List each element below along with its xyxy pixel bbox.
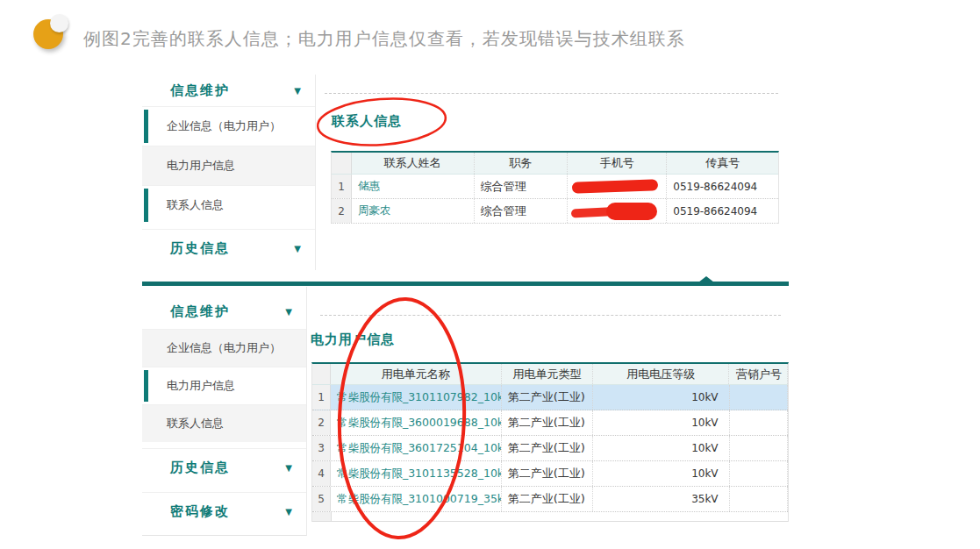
marketing-no-cell: [730, 410, 788, 435]
table-row: 5 常柴股份有限_3101000719_35kV 第二产业(工业) 35kV: [312, 487, 788, 512]
unit-name-link[interactable]: 常柴股份有限_3101107982_10kV: [331, 385, 502, 410]
redaction-scribble-icon: [572, 179, 658, 193]
unit-name-link[interactable]: 常柴股份有限_3101000719_35kV: [331, 487, 502, 511]
table-footer-strip: [312, 512, 788, 522]
sidebar-item-label: 联系人信息: [167, 416, 224, 431]
sidebar-item-enterprise-info[interactable]: 企业信息（电力用户）: [142, 329, 306, 367]
duty-cell: 综合管理: [475, 175, 569, 198]
col-header-duty: 职务: [475, 153, 569, 174]
contact-name-link[interactable]: 储惠: [352, 175, 475, 198]
row-number: 2: [312, 410, 331, 435]
page: 例图2完善的联系人信息；电力用户信息仅查看，若发现错误与技术组联系 信息维护 ▼…: [0, 0, 980, 549]
row-number-header: [312, 364, 331, 384]
sidebar-item-contact-info[interactable]: 联系人信息: [142, 404, 306, 442]
collapse-handle-icon[interactable]: [698, 276, 714, 282]
sidebar-item-label: 电力用户信息: [167, 158, 235, 174]
marketing-no-cell: [730, 385, 788, 410]
col-header-marketing-no: 营销户号: [729, 364, 788, 384]
table-row: 1 储惠 综合管理 0519-86624094: [332, 175, 778, 199]
active-indicator: [144, 110, 148, 143]
voltage-cell: 10kV: [593, 436, 729, 460]
active-indicator: [144, 370, 148, 402]
row-number: 1: [332, 175, 352, 198]
unit-type-cell: 第二产业(工业): [502, 487, 594, 511]
col-header-fax: 传真号: [667, 153, 778, 174]
sidebar-item-contact-info[interactable]: 联系人信息: [142, 185, 315, 225]
row-number: 1: [312, 385, 331, 410]
contact-table-header-row: 联系人姓名 职务 手机号 传真号: [332, 153, 778, 175]
table-row: 3 常柴股份有限_3601725104_10kV 第二产业(工业) 10kV: [312, 436, 788, 461]
sidebar-item-enterprise-info[interactable]: 企业信息（电力用户）: [142, 106, 315, 146]
redaction-scribble-icon: [606, 203, 657, 220]
table-row: 4 常柴股份有限_3101135528_10kV 第二产业(工业) 10kV: [312, 461, 788, 487]
caret-down-icon: ▼: [285, 307, 292, 317]
row-number: 2: [332, 199, 352, 223]
marketing-no-cell: [730, 461, 788, 486]
unit-type-cell: 第二产业(工业): [502, 461, 594, 486]
caret-down-icon: ▼: [285, 463, 292, 473]
caret-down-icon: ▼: [285, 507, 292, 517]
row-number: 3: [312, 436, 331, 460]
row-number: 4: [312, 461, 331, 486]
row-number-header: [332, 153, 352, 174]
power-user-table: 用电单元名称 用电单元类型 用电电压等级 营销户号 1 常柴股份有限_31011…: [311, 362, 789, 522]
table-row: 2 周豪农 综合管理 0519-86624094: [332, 199, 778, 224]
voltage-cell: 10kV: [593, 461, 729, 486]
sidebar-item-power-user-info[interactable]: 电力用户信息: [142, 146, 315, 185]
mobile-cell: [568, 199, 667, 223]
unit-name-link[interactable]: 常柴股份有限_3601725104_10kV: [331, 436, 502, 460]
unit-type-cell: 第二产业(工业): [502, 385, 594, 410]
duty-cell: 综合管理: [475, 199, 569, 223]
power-user-table-header-row: 用电单元名称 用电单元类型 用电电压等级 营销户号: [312, 364, 788, 385]
contact-name-link[interactable]: 周豪农: [352, 199, 475, 223]
row-number: 5: [312, 487, 331, 511]
marketing-no-cell: [730, 436, 788, 460]
sidebar-group-history-info[interactable]: 历史信息 ▼: [142, 448, 306, 486]
sidebar-group-password-change[interactable]: 密码修改 ▼: [142, 492, 306, 530]
active-indicator: [144, 189, 148, 222]
white-sphere-icon: [50, 14, 68, 32]
col-header-contact-name: 联系人姓名: [352, 153, 475, 174]
sidebar-item-power-user-info[interactable]: 电力用户信息: [142, 367, 306, 404]
voltage-cell: 10kV: [593, 385, 729, 410]
col-header-voltage-level: 用电电压等级: [593, 364, 729, 384]
unit-type-cell: 第二产业(工业): [502, 436, 594, 460]
unit-name-link[interactable]: 常柴股份有限_3600019688_10kV: [331, 410, 502, 435]
voltage-cell: 35kV: [593, 487, 729, 511]
fax-cell: 0519-86624094: [667, 199, 778, 223]
marketing-no-cell: [730, 487, 788, 511]
contact-table: 联系人姓名 职务 手机号 传真号 1 储惠 综合管理 0519-86624094…: [331, 151, 779, 224]
sidebar-group-info-maintenance[interactable]: 信息维护 ▼: [142, 294, 306, 329]
dashed-separator: [325, 93, 778, 94]
unit-type-cell: 第二产业(工业): [502, 410, 594, 435]
sidebar-bottom: 信息维护 ▼ 企业信息（电力用户） 电力用户信息 联系人信息 历史信息 ▼ 密码…: [142, 287, 307, 536]
col-header-unit-type: 用电单元类型: [502, 364, 594, 384]
power-user-section-title: 电力用户信息: [311, 332, 395, 348]
table-row-selected: 1 常柴股份有限_3101107982_10kV 第二产业(工业) 10kV: [312, 385, 788, 410]
contact-info-section-title: 联系人信息: [332, 113, 402, 130]
dashed-separator: [320, 315, 781, 316]
sidebar-item-label: 企业信息（电力用户）: [167, 340, 281, 356]
col-header-mobile: 手机号: [568, 153, 667, 174]
sidebar-item-label: 企业信息（电力用户）: [167, 118, 281, 134]
page-title: 例图2完善的联系人信息；电力用户信息仅查看，若发现错误与技术组联系: [83, 27, 685, 51]
voltage-cell: 10kV: [593, 410, 729, 435]
mobile-cell: [568, 175, 667, 198]
caret-down-icon: ▼: [294, 244, 301, 253]
sidebar-group-history-info[interactable]: 历史信息 ▼: [142, 229, 315, 267]
fax-cell: 0519-86624094: [667, 175, 778, 198]
caret-down-icon: ▼: [294, 86, 301, 96]
panel-divider[interactable]: [142, 282, 789, 286]
table-row: 2 常柴股份有限_3600019688_10kV 第二产业(工业) 10kV: [312, 410, 788, 436]
sidebar-item-label: 联系人信息: [167, 197, 224, 213]
unit-name-link[interactable]: 常柴股份有限_3101135528_10kV: [331, 461, 502, 486]
col-header-unit-name: 用电单元名称: [331, 364, 502, 384]
sidebar-item-label: 电力用户信息: [167, 378, 235, 394]
sidebar-top: 信息维护 ▼ 企业信息（电力用户） 电力用户信息 联系人信息 历史信息 ▼: [142, 75, 316, 270]
sidebar-group-info-maintenance[interactable]: 信息维护 ▼: [142, 75, 315, 106]
